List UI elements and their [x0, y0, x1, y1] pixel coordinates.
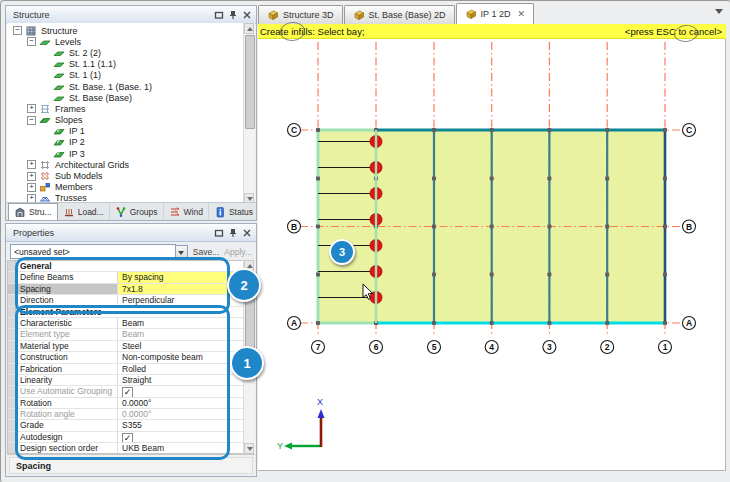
tree-submodel-icon: [39, 170, 52, 182]
tab-status-icon: [214, 206, 227, 218]
property-value[interactable]: Non-composite beam: [118, 352, 243, 362]
tree-level-icon: [53, 47, 66, 59]
property-row[interactable]: Element typeBeam: [8, 329, 243, 340]
tab-overflow-icon[interactable]: [715, 9, 723, 14]
expand-icon[interactable]: +: [27, 172, 36, 181]
structure-panel-titlebar[interactable]: Structure: [6, 6, 256, 24]
scrollbar-thumb[interactable]: [245, 272, 255, 370]
pin-icon[interactable]: [227, 227, 238, 238]
properties-scrollbar[interactable]: [243, 260, 255, 454]
collapse-icon[interactable]: −: [27, 37, 36, 46]
scroll-down-button[interactable]: [244, 443, 254, 454]
property-value[interactable]: By spacing: [118, 272, 243, 282]
pin-icon[interactable]: [227, 9, 238, 20]
expand-icon[interactable]: +: [27, 160, 36, 169]
tree-item-st-1-1[interactable]: St. 1 (1): [7, 70, 255, 81]
collapse-icon[interactable]: −: [13, 26, 22, 35]
document-tab-structure-3d[interactable]: Structure 3D: [258, 5, 343, 24]
property-value[interactable]: 7x1.8: [118, 284, 243, 294]
property-set-dropdown[interactable]: <unsaved set>: [10, 244, 176, 259]
tree-item-ip-1[interactable]: IP 1: [7, 126, 255, 137]
float-window-icon[interactable]: [213, 227, 224, 238]
row-gutter: [8, 261, 16, 271]
save-button[interactable]: Save...: [193, 247, 219, 257]
float-window-icon[interactable]: [213, 9, 224, 20]
tree-scrollbar[interactable]: [243, 23, 255, 204]
property-row[interactable]: Spacing7x1.8: [8, 284, 243, 295]
close-icon[interactable]: [241, 9, 252, 20]
grid-label: 7: [312, 341, 325, 354]
svg-text:C: C: [686, 125, 692, 135]
drawing-canvas[interactable]: CCBBAA7654321 Y X: [258, 39, 726, 471]
tree-item-st-base-1-base-1[interactable]: St. Base. 1 (Base. 1): [7, 81, 255, 92]
tree-item-architectural-grids[interactable]: +Architectural Grids: [7, 159, 255, 170]
tree-item-ip-3[interactable]: IP 3: [7, 148, 255, 159]
property-value[interactable]: ✓: [118, 386, 243, 396]
tree-item-st-base-base[interactable]: St. Base (Base): [7, 92, 255, 103]
tree-item-st-2-2[interactable]: St. 2 (2): [7, 47, 255, 58]
tree-frames-icon: [39, 103, 52, 115]
property-value[interactable]: 0.0000°: [118, 409, 243, 419]
tree-item-ip-2[interactable]: IP 2: [7, 137, 255, 148]
property-value[interactable]: Straight: [118, 375, 243, 385]
row-gutter: [8, 272, 16, 282]
property-section-header[interactable]: General: [8, 261, 243, 272]
property-row[interactable]: Define BeamsBy spacing: [8, 272, 243, 283]
panel-tab-stru[interactable]: Stru...: [8, 203, 58, 220]
apply-button[interactable]: Apply...: [224, 247, 252, 257]
property-section-header[interactable]: Element Parameters: [8, 307, 243, 318]
property-value[interactable]: Beam: [118, 329, 243, 339]
property-value[interactable]: Beam: [118, 318, 243, 328]
property-name: Rotation: [16, 398, 118, 408]
property-row[interactable]: Design section orderUKB Beam: [8, 443, 243, 454]
panel-tab-groups[interactable]: Groups: [110, 203, 164, 220]
property-row[interactable]: Material typeSteel: [8, 341, 243, 352]
checkbox[interactable]: ✓: [122, 433, 133, 442]
collapse-icon[interactable]: −: [27, 116, 36, 125]
close-icon[interactable]: [241, 227, 252, 238]
property-value[interactable]: 0.0000°: [118, 398, 243, 408]
dropdown-arrow-icon[interactable]: [176, 245, 188, 258]
tab-close-icon[interactable]: ✕: [517, 10, 525, 19]
property-row[interactable]: FabricationRolled: [8, 364, 243, 375]
property-value[interactable]: UKB Beam: [118, 443, 243, 453]
property-row[interactable]: DirectionPerpendicular: [8, 295, 243, 306]
tree-item-st-1-1-1-1[interactable]: St. 1.1 (1.1): [7, 59, 255, 70]
property-row[interactable]: Rotation angle0.0000°: [8, 409, 243, 420]
properties-panel-titlebar[interactable]: Properties: [6, 224, 256, 242]
property-value[interactable]: ✓: [118, 432, 243, 442]
property-row[interactable]: Rotation0.0000°: [8, 398, 243, 409]
grid-label: C: [683, 124, 696, 137]
tree-item-members[interactable]: +Members: [7, 182, 255, 193]
checkbox[interactable]: ✓: [122, 387, 133, 396]
expand-icon[interactable]: +: [27, 183, 36, 192]
tree-item-slopes[interactable]: −Slopes: [7, 115, 255, 126]
scroll-up-button[interactable]: [244, 23, 254, 34]
axis-triad: Y X: [277, 397, 325, 451]
expand-icon[interactable]: +: [27, 104, 36, 113]
panel-tab-label: Groups: [130, 207, 158, 217]
property-row[interactable]: CharacteristicBeam: [8, 318, 243, 329]
property-row[interactable]: Use Automatic Grouping✓: [8, 386, 243, 397]
property-name: Construction: [16, 352, 118, 362]
property-row[interactable]: GradeS355: [8, 420, 243, 431]
property-value[interactable]: Rolled: [118, 364, 243, 374]
property-row[interactable]: Autodesign✓: [8, 432, 243, 443]
scroll-up-button[interactable]: [244, 260, 254, 271]
property-value[interactable]: Steel: [118, 341, 243, 351]
panel-tab-wind[interactable]: Wind: [164, 203, 209, 220]
scrollbar-thumb[interactable]: [245, 35, 255, 129]
property-value[interactable]: S355: [118, 420, 243, 430]
property-value[interactable]: Perpendicular: [118, 295, 243, 305]
tree-item-levels[interactable]: −Levels: [7, 36, 255, 47]
tree-item-sub-models[interactable]: +Sub Models: [7, 170, 255, 181]
panel-tab-status[interactable]: Status: [209, 203, 259, 220]
document-tab-st-base-base-2d[interactable]: St. Base (Base) 2D: [344, 5, 455, 24]
property-row[interactable]: ConstructionNon-composite beam: [8, 352, 243, 363]
property-row[interactable]: LinearityStraight: [8, 375, 243, 386]
view-icon-icon: [353, 9, 366, 21]
document-tab-ip-1-2d[interactable]: IP 1 2D✕: [456, 3, 534, 24]
panel-tab-load[interactable]: Load...: [58, 203, 110, 220]
tree-item-frames[interactable]: +Frames: [7, 103, 255, 114]
tree-item-structure[interactable]: −Structure: [7, 25, 255, 36]
